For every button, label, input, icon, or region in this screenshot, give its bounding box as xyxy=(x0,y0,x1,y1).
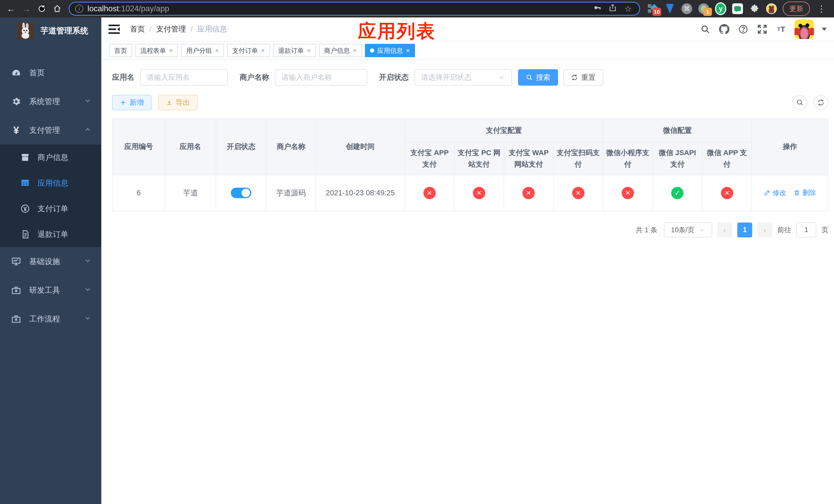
sidebar-item-pay[interactable]: ¥ 支付管理 xyxy=(0,116,101,144)
sidebar-item-home[interactable]: 首页 xyxy=(0,59,101,87)
breadcrumb-separator: / xyxy=(191,25,193,33)
chevron-down-icon xyxy=(84,285,91,295)
sidebar-item-workflow[interactable]: 工作流程 xyxy=(0,304,101,333)
gear-icon xyxy=(10,96,22,108)
chat-extension-icon[interactable] xyxy=(732,3,743,14)
col-app-id: 应用编号 xyxy=(112,119,165,175)
sidebar-item-infra[interactable]: 基础设施 xyxy=(0,247,101,276)
tab-user-group[interactable]: 用户分组 × xyxy=(181,44,224,57)
reset-button[interactable]: 重置 xyxy=(563,69,603,86)
site-info-icon[interactable]: i xyxy=(75,5,83,13)
github-icon[interactable] xyxy=(719,24,730,35)
sidebar-item-merchant[interactable]: 商户信息 xyxy=(0,144,101,170)
url-host: localhost xyxy=(87,4,119,13)
app-title: 芋道管理系统 xyxy=(41,25,88,36)
edit-link[interactable]: 修改 xyxy=(764,188,786,198)
search-button[interactable]: 搜索 xyxy=(518,69,558,86)
help-icon[interactable] xyxy=(738,24,749,35)
search-button-label: 搜索 xyxy=(536,72,550,82)
col-merchant: 商户名称 xyxy=(266,119,316,175)
forward-icon[interactable]: → xyxy=(21,3,32,15)
chevron-down-icon xyxy=(498,74,505,81)
pinned-extension-icon[interactable]: 10 xyxy=(647,3,659,14)
breadcrumb-section[interactable]: 支付管理 xyxy=(156,24,186,35)
next-page-button[interactable]: › xyxy=(757,223,772,237)
tab-home[interactable]: 首页 xyxy=(109,44,132,57)
chrome-update-button[interactable]: 更新 xyxy=(783,2,810,16)
sidebar-collapse-icon[interactable] xyxy=(109,24,120,35)
profile-extension-icon[interactable]: 1 xyxy=(698,3,709,14)
goto-page-input[interactable] xyxy=(796,223,816,237)
goto-label: 前往 xyxy=(777,225,791,234)
home-icon[interactable] xyxy=(51,3,63,15)
col-created: 创建时间 xyxy=(316,119,405,175)
col-alipay-pc: 支付宝 PC 网站支付 xyxy=(454,142,504,175)
sidebar-item-app[interactable]: 应用信息 xyxy=(0,170,101,196)
close-icon[interactable]: × xyxy=(353,47,357,54)
close-icon[interactable]: × xyxy=(215,47,219,54)
avatar-caret-icon[interactable] xyxy=(822,28,827,33)
fullscreen-icon[interactable] xyxy=(756,24,768,35)
browser-menu-icon[interactable]: ⋮ xyxy=(815,4,827,14)
status-select[interactable]: 请选择开启状态 xyxy=(414,69,512,86)
app-name-input[interactable] xyxy=(140,69,228,86)
y-extension-icon[interactable]: y xyxy=(715,3,726,14)
refresh-table-button[interactable] xyxy=(813,95,828,110)
merchant-name-input[interactable] xyxy=(275,69,367,86)
status-badge xyxy=(423,187,436,199)
monitor-chart-icon xyxy=(10,256,22,267)
tab-refund-order[interactable]: 退款订单 × xyxy=(273,44,316,57)
back-icon[interactable]: ← xyxy=(5,3,17,15)
toggle-search-button[interactable] xyxy=(792,95,807,110)
delete-link[interactable]: 删除 xyxy=(793,188,816,198)
status-toggle[interactable] xyxy=(231,188,251,198)
group-wechat: 微信配置 xyxy=(603,119,752,142)
browser-profile-avatar[interactable] xyxy=(766,3,777,14)
close-icon[interactable]: × xyxy=(307,47,311,54)
password-key-icon[interactable] xyxy=(592,3,603,14)
kite-extension-icon[interactable] xyxy=(664,3,676,14)
breadcrumb-home[interactable]: 首页 xyxy=(130,24,145,35)
extensions-puzzle-icon[interactable] xyxy=(749,3,760,14)
tab-label: 流程表单 xyxy=(140,46,166,55)
chevron-down-icon xyxy=(84,257,91,266)
edit-link-label: 修改 xyxy=(772,188,786,198)
navbar-actions: TT xyxy=(700,20,827,39)
sidebar-item-system[interactable]: 系统管理 xyxy=(0,87,101,116)
plus-icon xyxy=(120,99,127,106)
sidebar-item-order[interactable]: 支付订单 xyxy=(0,196,101,222)
export-button[interactable]: 导出 xyxy=(158,95,198,110)
sidebar: 芋道管理系统 首页 系统管理 ¥ 支付管理 xyxy=(0,18,101,504)
storefront-icon xyxy=(20,152,31,163)
bookmark-star-icon[interactable]: ☆ xyxy=(622,4,634,14)
current-page-button[interactable]: 1 xyxy=(737,223,752,237)
search-icon xyxy=(796,99,804,107)
address-bar[interactable]: i localhost:1024/pay/app ☆ xyxy=(69,2,640,16)
close-icon[interactable]: × xyxy=(261,47,265,54)
cell-wechat-mini xyxy=(603,175,653,211)
user-avatar[interactable] xyxy=(794,20,814,39)
prev-page-button[interactable]: ‹ xyxy=(717,223,732,237)
close-icon[interactable]: × xyxy=(169,47,173,54)
tab-pay-order[interactable]: 支付订单 × xyxy=(227,44,270,57)
close-icon[interactable]: × xyxy=(406,47,410,54)
tab-app-info[interactable]: 应用信息 × xyxy=(365,44,415,57)
status-badge xyxy=(473,187,485,199)
tab-label: 商户信息 xyxy=(324,46,350,55)
tab-label: 退款订单 xyxy=(278,46,304,55)
tab-merchant-info[interactable]: 商户信息 × xyxy=(319,44,362,57)
command-extension-icon[interactable]: ⌘ xyxy=(681,3,693,14)
reload-icon[interactable] xyxy=(36,3,48,15)
add-button[interactable]: 新增 xyxy=(112,95,152,110)
pay-submenu: 商户信息 应用信息 支付订单 xyxy=(0,144,101,247)
search-icon[interactable] xyxy=(700,24,711,35)
sidebar-item-dev[interactable]: 研发工具 xyxy=(0,276,101,304)
page-size-select[interactable]: 10条/页 xyxy=(664,223,712,237)
cell-merchant: 芋道源码 xyxy=(266,175,316,211)
sidebar-item-label: 研发工具 xyxy=(29,285,60,296)
chevron-up-icon xyxy=(84,125,91,135)
font-size-icon[interactable]: TT xyxy=(775,24,787,35)
tab-process-form[interactable]: 流程表单 × xyxy=(135,44,178,57)
share-icon[interactable] xyxy=(607,4,618,14)
sidebar-item-refund[interactable]: 退款订单 xyxy=(0,222,101,247)
